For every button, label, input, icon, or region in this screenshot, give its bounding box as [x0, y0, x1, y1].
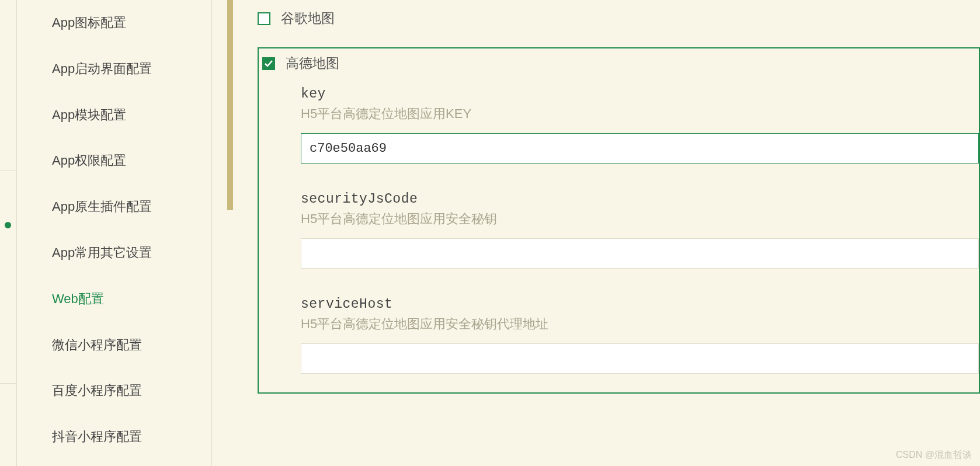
sidebar-item-app-native-plugin[interactable]: App原生插件配置 [17, 184, 211, 230]
input-amap-securityjscode[interactable] [301, 238, 979, 269]
sidebar-item-wechat-mp[interactable]: 微信小程序配置 [17, 322, 211, 368]
gutter-marker-dot [5, 222, 11, 228]
watermark: CSDN @混血哲谈 [896, 449, 972, 461]
sidebar: App图标配置 App启动界面配置 App模块配置 App权限配置 App原生插… [16, 0, 212, 466]
checkbox-amap[interactable] [262, 57, 275, 70]
field-securityjscode: securityJsCode H5平台高德定位地图应用安全秘钥 [301, 192, 979, 269]
field-key-desc: H5平台高德定位地图应用KEY [301, 105, 979, 123]
row-google-map: 谷歌地图 [258, 9, 980, 27]
divider [0, 171, 16, 171]
field-servicehost-label: serviceHost [301, 297, 979, 312]
sidebar-item-web-config[interactable]: Web配置 [17, 276, 211, 322]
field-securityjscode-label: securityJsCode [301, 192, 979, 207]
check-icon [264, 59, 273, 68]
sidebar-item-app-icon[interactable]: App图标配置 [17, 0, 211, 46]
input-amap-servicehost[interactable] [301, 343, 979, 374]
field-key-label: key [301, 86, 979, 102]
divider [0, 383, 16, 384]
label-amap: 高德地图 [286, 54, 339, 72]
field-servicehost: serviceHost H5平台高德定位地图应用安全秘钥代理地址 [301, 297, 979, 374]
sidebar-item-app-launch[interactable]: App启动界面配置 [17, 46, 211, 92]
field-servicehost-desc: H5平台高德定位地图应用安全秘钥代理地址 [301, 315, 979, 333]
row-amap: 高德地图 [259, 48, 979, 86]
sidebar-item-app-permission[interactable]: App权限配置 [17, 138, 211, 184]
sidebar-item-baidu-mp[interactable]: 百度小程序配置 [17, 368, 211, 414]
section-amap: 高德地图 key H5平台高德定位地图应用KEY securityJsCode … [258, 47, 980, 394]
sidebar-item-app-other[interactable]: App常用其它设置 [17, 230, 211, 276]
input-amap-key[interactable] [301, 133, 979, 164]
checkbox-google-map[interactable] [258, 12, 270, 25]
sidebar-item-douyin-mp[interactable]: 抖音小程序配置 [17, 414, 211, 446]
field-key: key H5平台高德定位地图应用KEY [301, 86, 979, 164]
label-google-map: 谷歌地图 [281, 9, 335, 27]
sidebar-item-app-module[interactable]: App模块配置 [17, 92, 211, 138]
field-securityjscode-desc: H5平台高德定位地图应用安全秘钥 [301, 210, 979, 228]
main-panel: 谷歌地图 高德地图 key H5平台高德定位地图应用KEY securityJs… [212, 0, 980, 466]
